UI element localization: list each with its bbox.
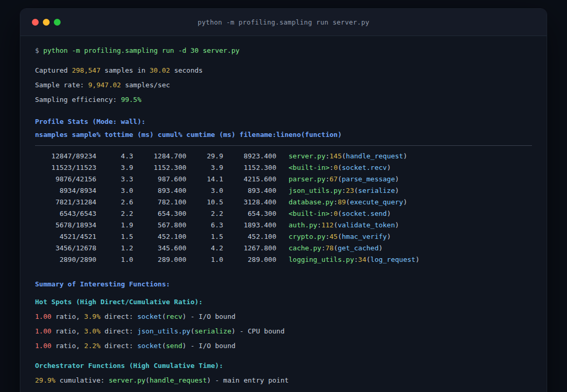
text-segment: 3.9%	[84, 313, 100, 320]
text-segment: 298,547	[72, 66, 100, 74]
text-segment: (	[162, 342, 166, 350]
text-segment: socket	[137, 313, 162, 320]
text-segment: :	[317, 221, 321, 229]
text-segment: hmac_verify	[342, 233, 387, 240]
text-segment: 78	[326, 244, 334, 252]
text-segment: serialize	[358, 187, 395, 194]
text-segment: :	[321, 244, 326, 252]
text-segment: 29.9%	[35, 376, 55, 384]
text-segment: auth.py	[288, 221, 317, 229]
text-segment: ) - I/O bound	[182, 342, 236, 350]
text-segment: 2890/2890 1.0 289.000 1.0 289.000	[35, 256, 288, 263]
profile-table-row: 3456/12678 1.2 345.600 4.2 1267.800 cach…	[35, 243, 532, 254]
text-segment: 3456/12678 1.2 345.600 4.2 1267.800	[35, 244, 288, 252]
text-segment: ratio,	[51, 327, 84, 335]
profile-table-row: 11523/11523 3.9 1152.300 3.9 1152.300 <b…	[35, 162, 532, 174]
text-segment: direct:	[100, 327, 137, 335]
orchestrator-line: 29.9% cumulative: server.py(handle_reque…	[35, 373, 532, 388]
table-header: nsamples sample% tottime (ms) cumul% cum…	[35, 129, 532, 141]
profile-table-row: 9876/42156 3.3 987.600 14.1 4215.600 par…	[35, 174, 532, 185]
text-segment: Sampling efficiency:	[35, 96, 121, 103]
text-segment: ratio,	[51, 342, 84, 350]
text-segment: 2.2%	[84, 342, 100, 350]
zoom-button[interactable]	[54, 19, 61, 26]
window-controls	[20, 19, 61, 26]
text-segment: :	[333, 198, 338, 206]
text-segment: Sample rate:	[35, 81, 88, 89]
summary-heading: Summary of Interesting Functions:	[35, 277, 532, 292]
close-button[interactable]	[32, 19, 39, 26]
text-segment: (	[346, 198, 350, 206]
text-segment: parse_message	[342, 175, 395, 183]
text-segment: direct:	[100, 313, 137, 320]
text-segment: :	[326, 152, 330, 160]
text-segment: :	[326, 233, 330, 240]
titlebar: python -m profiling.sampling run server.…	[20, 9, 547, 36]
text-segment: )	[395, 187, 399, 194]
text-segment: json_utils.py	[137, 327, 191, 335]
profile-table-row: 6543/6543 2.2 654.300 2.2 654.300 <built…	[35, 208, 532, 220]
text-segment: 23	[346, 187, 354, 194]
text-segment: validate_token	[338, 221, 395, 229]
text-segment: ) - I/O bound	[182, 313, 236, 320]
text-segment: direct:	[100, 342, 137, 350]
profile-table-row: 12847/89234 4.3 1284.700 29.9 8923.400 s…	[35, 151, 532, 162]
profile-table-row: 7821/31284 2.6 782.100 10.5 3128.400 dat…	[35, 197, 532, 208]
text-segment: 30.02	[149, 66, 170, 74]
text-segment: :	[342, 187, 346, 194]
text-segment: (	[145, 376, 149, 384]
text-segment: (	[338, 233, 342, 240]
text-segment: )	[387, 210, 391, 217]
orchestrator-heading: Orchestrator Functions (High Cumulative …	[35, 359, 532, 373]
text-segment: crypto.py	[288, 233, 325, 240]
window-title: python -m profiling.sampling run server.…	[20, 18, 547, 26]
text-segment: execute_query	[350, 198, 403, 206]
text-segment: 67	[330, 175, 338, 183]
text-segment: (	[342, 152, 346, 160]
text-segment: cumulative:	[55, 376, 109, 384]
minimize-button[interactable]	[43, 19, 50, 26]
text-segment: socket	[137, 342, 162, 350]
hot-spot-line: 1.00 ratio, 2.2% direct: socket(send) - …	[35, 339, 532, 353]
text-segment: database.py	[288, 198, 333, 206]
text-segment: (	[366, 256, 371, 263]
orchestrator-line: 14.1% cumulative: parser.py(parse_messag…	[35, 388, 532, 392]
text-segment: :	[326, 175, 330, 183]
profile-table-row: 5678/18934 1.9 567.800 6.3 1893.400 auth…	[35, 220, 532, 231]
text-segment: )	[395, 175, 399, 183]
text-segment: ) - main entry point	[207, 376, 289, 384]
text-segment: socket.send	[342, 210, 387, 217]
text-segment: cache.py	[288, 244, 321, 252]
text-segment: 1.00	[35, 327, 51, 335]
text-segment: handle_request	[149, 376, 207, 384]
text-segment: Hot Spots (High Direct/Cumulative Ratio)…	[35, 298, 203, 306]
text-segment: 8934/8934 3.0 893.400 3.0 893.400	[35, 187, 288, 194]
text-segment: seconds	[170, 66, 203, 74]
text-segment: get_cached	[338, 244, 378, 252]
text-segment: 99.5%	[121, 96, 141, 103]
text-segment: server.py	[288, 152, 325, 160]
text-segment: 34	[358, 256, 366, 263]
text-segment: socket.recv	[342, 164, 387, 171]
profile-table-row: 8934/8934 3.0 893.400 3.0 893.400 json_u…	[35, 185, 532, 197]
text-segment: 1.00	[35, 313, 51, 320]
text-segment: )	[403, 152, 407, 160]
text-segment: python -m profiling.sampling run -d 30 s…	[43, 47, 240, 54]
text-segment: )	[387, 164, 391, 171]
text-segment: 4521/4521 1.5 452.100 1.5 452.100	[35, 233, 288, 240]
text-segment: ratio,	[51, 313, 84, 320]
profile-table-row: 4521/4521 1.5 452.100 1.5 452.100 crypto…	[35, 231, 532, 243]
text-segment: Summary of Interesting Functions:	[35, 280, 170, 288]
text-segment: 7821/31284 2.6 782.100 10.5 3128.400	[35, 198, 288, 206]
table-divider	[35, 145, 532, 146]
text-segment: 3.0%	[84, 327, 100, 335]
text-segment: $	[35, 47, 43, 54]
command-line: $ python -m profiling.sampling run -d 30…	[35, 43, 532, 58]
text-segment: 1.00	[35, 342, 51, 350]
text-segment: samples in	[100, 66, 149, 74]
text-segment: Captured	[35, 66, 72, 74]
text-segment: <built-in>	[288, 164, 329, 171]
terminal-body: $ python -m profiling.sampling run -d 30…	[20, 36, 547, 392]
text-segment: nsamples sample% tottime (ms) cumul% cum…	[35, 131, 342, 139]
text-segment: )	[387, 233, 391, 240]
